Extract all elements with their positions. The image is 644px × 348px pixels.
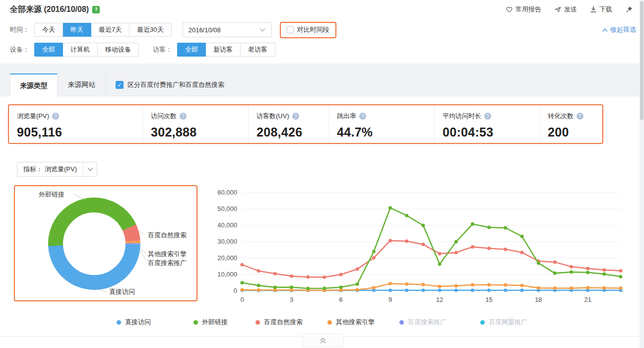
data-point-外部链接-10[interactable] [405,214,408,217]
metric-selector[interactable]: 指标： 浏览量(PV) [17,162,97,177]
data-point-百度自然搜索-7[interactable] [356,268,359,271]
data-point-其他搜索引擎-9[interactable] [388,282,392,285]
data-point-其他搜索引擎-1[interactable] [257,288,260,292]
data-point-外部链接-20[interactable] [570,271,573,274]
stat-help-icon[interactable]: ? [359,113,366,120]
data-point-其他搜索引擎-7[interactable] [356,288,359,291]
tab-source-website[interactable]: 来源网站 [58,73,106,96]
data-point-外部链接-22[interactable] [602,273,606,276]
data-point-其他搜索引擎-20[interactable] [570,286,573,290]
data-point-外部链接-23[interactable] [619,275,623,278]
visitor-option-老访客[interactable]: 老访客 [241,43,275,57]
data-point-其他搜索引擎-22[interactable] [602,286,606,290]
data-point-外部链接-17[interactable] [520,235,523,238]
data-point-外部链接-11[interactable] [421,224,425,227]
data-point-百度自然搜索-17[interactable] [520,251,523,254]
date-select[interactable]: 2016/10/08 [183,22,272,37]
data-point-直接访问-10[interactable] [405,288,408,292]
data-point-外部链接-14[interactable] [471,222,474,226]
time-option-今天[interactable]: 今天 [34,23,63,37]
data-point-直接访问-12[interactable] [438,288,442,292]
stat-help-icon[interactable]: ? [52,113,59,120]
data-point-外部链接-12[interactable] [438,262,442,266]
data-point-其他搜索引擎-12[interactable] [438,285,442,288]
data-point-其他搜索引擎-14[interactable] [471,283,474,286]
legend-item-百度自然搜索[interactable]: 百度自然搜索 [256,318,303,327]
data-point-外部链接-5[interactable] [322,286,326,290]
data-point-外部链接-2[interactable] [273,285,277,289]
data-point-百度自然搜索-14[interactable] [471,245,474,249]
distinguish-paid-organic-checkbox-row[interactable]: ✓ 区分百度付费推广和百度自然搜索 [116,73,224,96]
data-point-直接访问-11[interactable] [421,288,425,292]
data-point-外部链接-6[interactable] [339,285,343,289]
data-point-其他搜索引擎-15[interactable] [487,283,491,286]
collapse-panel-button[interactable] [302,334,344,347]
visitor-option-新访客[interactable]: 新访客 [206,43,241,57]
time-option-最近7天[interactable]: 最近7天 [91,23,129,37]
scrollbar-thumb[interactable] [640,1,644,120]
data-point-其他搜索引擎-0[interactable] [241,288,244,291]
data-point-外部链接-19[interactable] [553,272,557,275]
data-point-直接访问-13[interactable] [454,288,458,292]
data-point-直接访问-16[interactable] [504,288,507,292]
device-option-全部[interactable]: 全部 [34,43,63,57]
data-point-百度自然搜索-8[interactable] [372,256,376,260]
metric-selector-chevron[interactable] [83,162,97,176]
device-option-移动设备[interactable]: 移动设备 [98,43,139,57]
data-point-其他搜索引擎-21[interactable] [586,286,589,289]
data-point-百度自然搜索-16[interactable] [504,248,507,251]
data-point-其他搜索引擎-19[interactable] [553,286,557,290]
stat-help-icon[interactable]: ? [180,113,187,120]
data-point-百度自然搜索-11[interactable] [421,243,425,246]
visitor-option-全部[interactable]: 全部 [177,43,206,57]
data-point-其他搜索引擎-10[interactable] [405,282,408,286]
data-point-百度自然搜索-4[interactable] [306,275,310,278]
data-point-外部链接-8[interactable] [372,250,376,253]
data-point-外部链接-13[interactable] [454,240,458,244]
stat-help-icon[interactable]: ? [292,113,299,120]
data-point-百度自然搜索-6[interactable] [339,273,343,277]
data-point-百度自然搜索-3[interactable] [290,275,293,278]
data-point-其他搜索引擎-17[interactable] [520,284,523,287]
data-point-百度自然搜索-21[interactable] [586,267,589,270]
source-share-donut-chart[interactable] [15,186,196,300]
title-help-icon[interactable]: ? [92,6,100,13]
data-point-外部链接-0[interactable] [241,281,244,284]
data-point-直接访问-9[interactable] [388,288,392,292]
stat-help-icon[interactable]: ? [577,113,583,120]
data-point-直接访问-14[interactable] [471,288,474,292]
legend-item-外部链接[interactable]: 外部链接 [193,318,228,327]
time-option-昨天[interactable]: 昨天 [63,23,91,37]
data-point-外部链接-18[interactable] [537,261,540,265]
time-option-最近30天[interactable]: 最近30天 [129,23,171,37]
data-point-直接访问-17[interactable] [520,288,523,292]
checkbox-checked-icon[interactable]: ✓ [116,81,124,89]
data-point-外部链接-16[interactable] [504,226,507,229]
data-point-外部链接-1[interactable] [257,284,260,287]
pin-button[interactable] [625,5,633,13]
data-point-其他搜索引擎-11[interactable] [421,283,425,286]
data-point-百度自然搜索-2[interactable] [273,272,277,276]
data-point-其他搜索引擎-13[interactable] [454,284,458,287]
data-point-外部链接-15[interactable] [487,225,491,229]
data-point-直接访问-15[interactable] [487,288,491,292]
data-point-其他搜索引擎-8[interactable] [372,286,376,289]
send-button[interactable]: 发送 [554,5,577,14]
data-point-百度自然搜索-10[interactable] [405,239,408,243]
series-line-其他搜索引擎[interactable] [242,283,621,290]
legend-item-百度搜索推广[interactable]: 百度搜索推广 [399,318,447,327]
stat-help-icon[interactable]: ? [484,113,491,120]
collapse-filters-link[interactable]: 收起筛选 [602,25,636,34]
data-point-外部链接-4[interactable] [306,287,310,290]
data-point-百度自然搜索-20[interactable] [570,265,573,269]
data-point-外部链接-21[interactable] [586,271,589,274]
favorite-report-button[interactable]: 常用报告 [506,5,541,14]
data-point-百度自然搜索-23[interactable] [619,269,623,273]
data-point-百度自然搜索-9[interactable] [388,239,392,242]
tab-source-type[interactable]: 来源类型 [10,73,58,96]
data-point-百度自然搜索-15[interactable] [487,247,491,250]
data-point-外部链接-7[interactable] [356,282,359,286]
data-point-百度自然搜索-22[interactable] [602,268,606,272]
scrollbar[interactable] [640,0,644,348]
data-point-百度自然搜索-13[interactable] [454,251,458,254]
